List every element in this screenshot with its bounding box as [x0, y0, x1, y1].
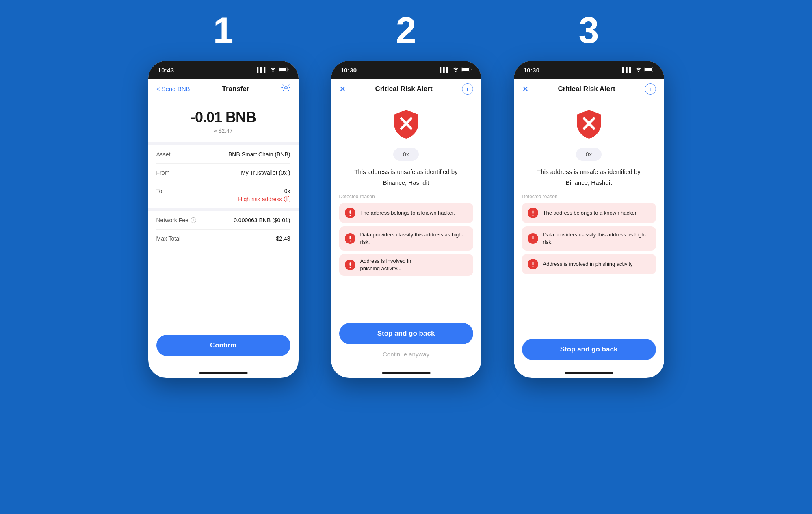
phone-1: 10:43 ▌▌▌ — [148, 61, 299, 378]
fee-table: Network Fee i 0.000063 BNB ($0.01) Max T… — [148, 211, 299, 247]
phone3-unsafe-text-2: Binance, Hashdit — [566, 178, 612, 188]
signal-icon-3: ▌▌▌ — [622, 67, 633, 73]
wifi-icon — [270, 67, 276, 73]
svg-point-15 — [349, 267, 351, 268]
phone3-nav-bar: ✕ Critical Risk Alert i — [514, 79, 664, 99]
phone3-reason-text-1: The address belongs to a known hacker. — [543, 209, 638, 217]
step-3-number: 3 — [578, 12, 599, 49]
svg-point-28 — [532, 266, 533, 267]
phone3-unsafe-text-1: This address is unsafe as identified by — [537, 167, 640, 177]
phone2-status-icons: ▌▌▌ — [440, 67, 472, 73]
home-bar — [199, 372, 248, 374]
phone2-home-indicator — [331, 368, 481, 378]
phone2-unsafe-text-2: Binance, Hashdit — [383, 178, 429, 188]
svg-point-2 — [285, 87, 287, 89]
asset-row: Asset BNB Smart Chain (BNB) — [156, 145, 290, 164]
shield-warning-icon-3 — [573, 107, 605, 140]
max-total-row: Max Total $2.48 — [156, 230, 290, 247]
phone3-status-bar: 10:30 ▌▌▌ — [514, 61, 664, 79]
reason-text-3-partial: Address is involved inphishing activity.… — [360, 258, 411, 272]
to-row: To 0x High risk address i — [156, 182, 290, 208]
phone1-nav-bar: < Send BNB Transfer — [148, 79, 299, 99]
stop-go-back-button[interactable]: Stop and go back — [339, 323, 473, 344]
confirm-button[interactable]: Confirm — [156, 335, 290, 356]
transfer-amount: -0.01 BNB — [156, 109, 290, 126]
phone3-reason-list: The address belongs to a known hacker. D… — [522, 203, 656, 332]
phone1-content: -0.01 BNB ≈ $2.47 Asset BNB Smart Chain … — [148, 99, 299, 368]
high-risk-label: High risk address — [238, 196, 282, 202]
step-2-number: 2 — [396, 12, 416, 49]
continue-anyway-button[interactable]: Continue anyway — [380, 348, 432, 360]
svg-point-12 — [349, 241, 351, 242]
phone1-time: 10:43 — [158, 67, 174, 74]
from-label: From — [156, 169, 170, 176]
phone3-detected-label: Detected reason — [522, 194, 558, 200]
max-total-value: $2.48 — [276, 235, 290, 242]
phone2-nav-bar: ✕ Critical Risk Alert i — [331, 79, 481, 99]
phone3-info-icon[interactable]: i — [645, 83, 656, 95]
svg-rect-8 — [349, 210, 351, 214]
phone1-settings-icon[interactable] — [281, 83, 290, 94]
shield-warning-icon — [390, 107, 422, 140]
phone2-close-icon[interactable]: ✕ — [339, 84, 346, 94]
phone3-nav-title: Critical Risk Alert — [558, 85, 615, 93]
reason-item-1: The address belongs to a known hacker. — [339, 203, 473, 223]
phone2-time: 10:30 — [341, 67, 357, 74]
step-2-column: 2 10:30 ▌▌▌ — [331, 12, 481, 378]
phone1-nav-title: Transfer — [222, 85, 249, 93]
phone2-buttons: Stop and go back Continue anyway — [331, 317, 481, 368]
phone-2: 10:30 ▌▌▌ — [331, 61, 481, 378]
phone3-reason-item-2: Data providers classify this address as … — [522, 226, 656, 251]
step-1-number: 1 — [213, 12, 233, 49]
phone3-time: 10:30 — [524, 67, 540, 74]
phone1-status-icons: ▌▌▌ — [257, 67, 289, 73]
phone3-stop-go-back-button[interactable]: Stop and go back — [522, 339, 656, 360]
phone3-alert-content: 0x This address is unsafe as identified … — [514, 99, 664, 332]
battery-icon — [279, 67, 289, 73]
phone3-reason-text-3: Address is involved in phishing activity — [543, 260, 633, 268]
svg-rect-21 — [532, 210, 533, 214]
signal-icon: ▌▌▌ — [257, 67, 267, 73]
to-label: To — [156, 188, 162, 194]
main-container: 1 10:43 ▌▌▌ — [0, 0, 812, 514]
battery-icon-3 — [644, 67, 654, 73]
phone3-reason-item-3: Address is involved in phishing activity — [522, 254, 656, 274]
network-fee-label: Network Fee — [156, 217, 188, 223]
phones-row: 1 10:43 ▌▌▌ — [24, 12, 788, 378]
phone3-status-icons: ▌▌▌ — [622, 67, 654, 73]
asset-label: Asset — [156, 151, 171, 158]
svg-point-9 — [349, 215, 351, 216]
phone2-alert-content: 0x This address is unsafe as identified … — [331, 99, 481, 317]
svg-rect-17 — [645, 68, 652, 71]
risk-info-icon[interactable]: i — [284, 196, 290, 202]
phone1-status-bar: 10:43 ▌▌▌ — [148, 61, 299, 79]
phone2-address: 0x — [393, 148, 419, 161]
reason-item-2: Data providers classify this address as … — [339, 226, 473, 251]
svg-rect-4 — [462, 68, 469, 71]
info-table: Asset BNB Smart Chain (BNB) From My Trus… — [148, 145, 299, 208]
phone1-back-button[interactable]: < Send BNB — [156, 85, 190, 92]
to-value: 0x — [284, 188, 290, 194]
spacer — [148, 247, 299, 335]
phone2-info-icon[interactable]: i — [462, 83, 473, 95]
phone2-status-bar: 10:30 ▌▌▌ — [331, 61, 481, 79]
svg-rect-1 — [279, 68, 286, 71]
reason-text-2: Data providers classify this address as … — [360, 231, 468, 246]
phone3-reason-item-1: The address belongs to a known hacker. — [522, 203, 656, 223]
phone3-close-icon[interactable]: ✕ — [522, 84, 529, 94]
reason-text-1: The address belongs to a known hacker. — [360, 209, 455, 217]
phone3-home-indicator — [514, 368, 664, 378]
step-1-column: 1 10:43 ▌▌▌ — [148, 12, 299, 378]
reason-item-3-partial: Address is involved inphishing activity.… — [339, 254, 473, 276]
wifi-icon-3 — [635, 67, 642, 73]
asset-value: BNB Smart Chain (BNB) — [228, 151, 290, 158]
phone-3: 10:30 ▌▌▌ — [514, 61, 664, 378]
phone2-detected-label: Detected reason — [339, 194, 375, 200]
network-fee-value: 0.000063 BNB ($0.01) — [234, 217, 290, 223]
home-bar-3 — [565, 372, 613, 374]
wifi-icon-2 — [453, 67, 459, 73]
home-bar-2 — [382, 372, 431, 374]
phone1-home-indicator — [148, 368, 299, 378]
phone2-nav-title: Critical Risk Alert — [375, 85, 432, 93]
network-fee-info-icon[interactable]: i — [191, 217, 196, 223]
